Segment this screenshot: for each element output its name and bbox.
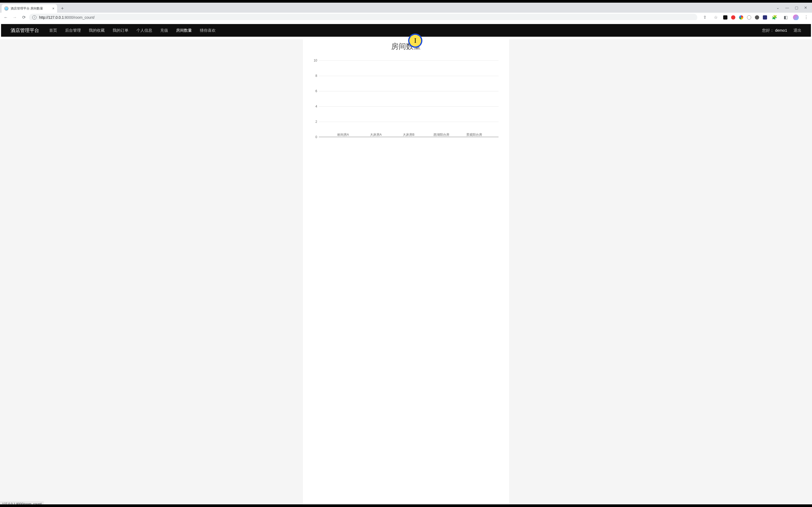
bar-column: 大床房B bbox=[395, 131, 422, 137]
profile-avatar[interactable] bbox=[793, 14, 799, 20]
y-tick-label: 10 bbox=[311, 59, 317, 62]
nav-link[interactable]: 我的订单 bbox=[113, 28, 129, 33]
x-tick-label: 大床房A bbox=[370, 132, 382, 137]
site-brand[interactable]: 酒店管理平台 bbox=[11, 27, 39, 34]
maximize-icon[interactable]: ▢ bbox=[795, 6, 798, 10]
url-text: http://127.0.0.1:8000/room_count/ bbox=[39, 15, 95, 19]
content-area: 房间数量 I 0246810标间房A大床房A大床房B西湖阳台房景观阳台房 bbox=[0, 39, 812, 507]
chart-plot: 0246810标间房A大床房A大床房B西湖阳台房景观阳台房 bbox=[319, 60, 499, 137]
extension-icon-6[interactable] bbox=[763, 15, 767, 19]
letterbox-bottom bbox=[0, 504, 812, 507]
x-tick-label: 标间房A bbox=[337, 132, 349, 137]
close-icon[interactable]: × bbox=[52, 6, 54, 11]
extension-icon-5[interactable] bbox=[755, 15, 759, 19]
bar-column: 景观阳台房 bbox=[461, 131, 488, 137]
y-tick-label: 0 bbox=[311, 135, 317, 139]
browser-titlebar: 🌐 酒店管理平台 房间数量 × + ⌄ ― ▢ ✕ bbox=[0, 3, 812, 13]
x-tick-label: 景观阳台房 bbox=[466, 132, 482, 137]
y-tick-label: 8 bbox=[311, 74, 317, 78]
extension-icon-2[interactable] bbox=[731, 15, 735, 19]
greeting-user: demo1 bbox=[775, 28, 787, 33]
y-tick-label: 4 bbox=[311, 105, 317, 108]
y-tick-label: 2 bbox=[311, 120, 317, 124]
letterbox-top bbox=[0, 0, 812, 3]
nav-link[interactable]: 个人信息 bbox=[136, 28, 152, 33]
y-tick-label: 6 bbox=[311, 89, 317, 93]
x-tick-label: 大床房B bbox=[403, 132, 414, 137]
chart-card: 房间数量 I 0246810标间房A大床房A大床房B西湖阳台房景观阳台房 bbox=[303, 39, 509, 507]
nav-link[interactable]: 首页 bbox=[49, 28, 57, 33]
gridline bbox=[319, 137, 499, 137]
bar-column: 西湖阳台房 bbox=[428, 131, 455, 137]
nav-link[interactable]: 房间数量 bbox=[176, 28, 192, 33]
nav-links: 首页后台管理我的收藏我的订单个人信息充值房间数量猜你喜欢 bbox=[49, 28, 216, 33]
bar-column: 大床房A bbox=[363, 131, 389, 137]
bars-group: 标间房A大床房A大床房B西湖阳台房景观阳台房 bbox=[319, 60, 499, 137]
nav-link[interactable]: 我的收藏 bbox=[89, 28, 105, 33]
extension-icon-4[interactable] bbox=[747, 15, 751, 19]
nav-link[interactable]: 猜你喜欢 bbox=[200, 28, 216, 33]
extension-icon-3[interactable] bbox=[739, 15, 743, 19]
chart-title: 房间数量 bbox=[308, 39, 504, 53]
chart-area: 0246810标间房A大床房A大床房B西湖阳台房景观阳台房 bbox=[308, 60, 504, 145]
page-viewport: 酒店管理平台 首页后台管理我的收藏我的订单个人信息充值房间数量猜你喜欢 您好： … bbox=[0, 20, 812, 507]
x-tick-label: 西湖阳台房 bbox=[434, 132, 449, 137]
tab-title: 酒店管理平台 房间数量 bbox=[11, 6, 50, 11]
logout-link[interactable]: 退出 bbox=[794, 28, 801, 33]
bar-column: 标间房A bbox=[330, 131, 356, 137]
chevron-down-icon[interactable]: ⌄ bbox=[776, 6, 779, 10]
minimize-icon[interactable]: ― bbox=[785, 6, 789, 10]
window-controls: ⌄ ― ▢ ✕ bbox=[771, 3, 812, 13]
new-tab-button[interactable]: + bbox=[59, 5, 66, 12]
browser-tab[interactable]: 🌐 酒店管理平台 房间数量 × bbox=[2, 4, 57, 13]
nav-link[interactable]: 充值 bbox=[160, 28, 168, 33]
site-navbar: 酒店管理平台 首页后台管理我的收藏我的订单个人信息充值房间数量猜你喜欢 您好： … bbox=[1, 24, 811, 37]
greeting: 您好： demo1 bbox=[762, 28, 787, 33]
site-info-icon[interactable]: i bbox=[32, 15, 37, 19]
greeting-label: 您好： bbox=[762, 28, 774, 33]
nav-link[interactable]: 后台管理 bbox=[65, 28, 81, 33]
close-window-icon[interactable]: ✕ bbox=[804, 6, 807, 10]
extension-icon-1[interactable] bbox=[723, 15, 727, 19]
globe-icon: 🌐 bbox=[4, 6, 8, 11]
